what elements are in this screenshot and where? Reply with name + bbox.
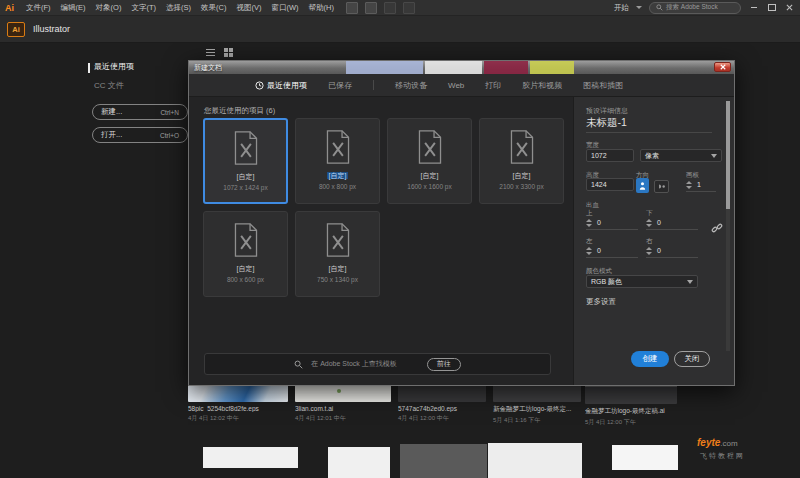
height-input[interactable]: 1424 bbox=[586, 178, 634, 191]
file-name: 3lian.com.t.ai bbox=[295, 405, 391, 412]
minimize-button[interactable] bbox=[748, 2, 759, 13]
toolbar-icon[interactable] bbox=[403, 2, 415, 14]
preset-tile[interactable]: [自定] 2100 x 3300 px bbox=[479, 118, 564, 204]
tab-recent[interactable]: 最近使用项 bbox=[255, 80, 307, 91]
menu-window[interactable]: 窗口(W) bbox=[266, 3, 303, 13]
preset-tile[interactable]: [自定] 800 x 600 px bbox=[203, 211, 288, 297]
new-file-label: 新建... bbox=[101, 107, 122, 117]
bleed-left-stepper[interactable]: 0 bbox=[586, 244, 638, 258]
toolbar-icon[interactable] bbox=[365, 2, 377, 14]
dialog-titlebar[interactable] bbox=[189, 61, 734, 74]
file-thumbnail[interactable] bbox=[203, 447, 298, 468]
stock-template-search[interactable]: 在 Adobe Stock 上查找模板 前往 bbox=[204, 353, 551, 375]
stock-search-box[interactable]: 搜索 Adobe Stock bbox=[649, 2, 741, 14]
sidebar-item-recent[interactable]: 最近使用项 bbox=[94, 61, 134, 72]
preset-size: 750 x 1340 px bbox=[296, 276, 379, 283]
color-mode-dropdown[interactable]: RGB 颜色 bbox=[586, 275, 698, 288]
file-date: 4月 4日 12:00 中午 bbox=[398, 414, 486, 423]
chevron-down-icon bbox=[711, 154, 717, 158]
stepper-arrows-icon[interactable] bbox=[586, 219, 592, 227]
file-name: 58pic_5254bcf8d2fe.eps bbox=[188, 405, 288, 412]
tab-mobile[interactable]: 移动设备 bbox=[395, 80, 427, 91]
dialog-close-button[interactable] bbox=[714, 62, 731, 72]
stock-search-placeholder: 在 Adobe Stock 上查找模板 bbox=[311, 359, 397, 369]
sidebar-item-cc-files[interactable]: CC 文件 bbox=[94, 80, 124, 91]
file-name: 金融梦工坊logo-最终定稿.ai bbox=[585, 407, 677, 416]
preset-tile[interactable]: [自定] 750 x 1340 px bbox=[295, 211, 380, 297]
link-bleed-icon[interactable] bbox=[711, 222, 723, 234]
file-card[interactable]: 新金融梦工坊logo-最终定... 5月 4日 1:16 下午 bbox=[493, 385, 581, 425]
bleed-top-stepper[interactable]: 0 bbox=[586, 216, 638, 230]
toolbar-icon[interactable] bbox=[346, 2, 358, 14]
file-thumbnail bbox=[493, 385, 581, 402]
file-thumbnail[interactable] bbox=[400, 444, 487, 478]
dialog-content: 您最近使用的项目 (6) [自定] 1072 x 1424 px bbox=[189, 97, 576, 385]
preset-tile[interactable]: [自定] 800 x 800 px bbox=[295, 118, 380, 204]
tab-print[interactable]: 打印 bbox=[485, 80, 501, 91]
scrollbar[interactable] bbox=[726, 101, 730, 351]
preset-label: [自定] bbox=[205, 172, 286, 182]
stepper-arrows-icon[interactable] bbox=[686, 181, 692, 189]
preset-label: [自定] bbox=[296, 171, 379, 181]
scrollbar-thumb[interactable] bbox=[726, 101, 730, 209]
file-card[interactable]: 金融梦工坊logo-最终定稿.ai 5月 4日 12:00 下午 bbox=[585, 385, 677, 427]
stock-search-label: 搜索 Adobe Stock bbox=[666, 3, 718, 12]
file-thumbnail[interactable] bbox=[612, 445, 678, 470]
close-dialog-button[interactable]: 关闭 bbox=[674, 351, 710, 367]
maximize-button[interactable] bbox=[766, 2, 777, 13]
stepper-arrows-icon[interactable] bbox=[586, 247, 592, 255]
preset-size: 1600 x 1600 px bbox=[388, 183, 471, 190]
create-button[interactable]: 创建 bbox=[631, 351, 669, 367]
stepper-arrows-icon[interactable] bbox=[646, 247, 652, 255]
file-card[interactable]: 5747ac74b2ed0.eps 4月 4日 12:00 中午 bbox=[398, 385, 486, 423]
illustrator-icon: Ai bbox=[7, 22, 25, 37]
tab-film-video[interactable]: 胶片和视频 bbox=[522, 80, 562, 91]
glass-reflection bbox=[425, 61, 482, 74]
preset-label: [自定] bbox=[480, 171, 563, 181]
grid-view-icon[interactable] bbox=[224, 48, 233, 57]
tab-saved[interactable]: 已保存 bbox=[328, 80, 352, 91]
menu-edit[interactable]: 编辑(E) bbox=[56, 3, 91, 13]
stepper-arrows-icon[interactable] bbox=[646, 219, 652, 227]
open-file-label: 打开... bbox=[101, 130, 122, 140]
file-card[interactable]: 58pic_5254bcf8d2fe.eps 4月 4日 12:02 中午 bbox=[188, 385, 288, 423]
file-thumbnail bbox=[188, 385, 288, 402]
artboard-stepper[interactable]: 1 bbox=[686, 178, 716, 192]
preset-tile[interactable]: [自定] 1600 x 1600 px bbox=[387, 118, 472, 204]
tab-web[interactable]: Web bbox=[448, 81, 464, 90]
workspace-switcher[interactable]: 开始 bbox=[614, 3, 629, 13]
width-input[interactable]: 1072 bbox=[586, 149, 634, 162]
file-name: 5747ac74b2ed0.eps bbox=[398, 405, 486, 412]
menu-effect[interactable]: 效果(C) bbox=[196, 3, 231, 13]
tab-art-illustration[interactable]: 图稿和插图 bbox=[583, 80, 623, 91]
go-button[interactable]: 前往 bbox=[427, 358, 461, 371]
blank-document-icon bbox=[417, 130, 443, 164]
document-name-input[interactable]: 未标题-1 bbox=[586, 116, 627, 130]
menu-select[interactable]: 选择(S) bbox=[161, 3, 196, 13]
search-icon bbox=[656, 4, 663, 11]
bleed-right-stepper[interactable]: 0 bbox=[646, 244, 698, 258]
close-button[interactable] bbox=[784, 2, 795, 13]
blank-document-icon bbox=[325, 130, 351, 164]
recent-items-header: 您最近使用的项目 (6) bbox=[204, 106, 275, 116]
menu-file[interactable]: 文件(F) bbox=[21, 3, 56, 13]
file-thumbnail[interactable] bbox=[488, 443, 582, 478]
file-card[interactable]: 3lian.com.t.ai 4月 4日 12:01 中午 bbox=[295, 385, 391, 423]
more-settings-link[interactable]: 更多设置 bbox=[586, 297, 616, 307]
new-file-button[interactable]: 新建... Ctrl+N bbox=[92, 104, 188, 120]
toolbar-icon[interactable] bbox=[384, 2, 396, 14]
preset-tile[interactable]: [自定] 1072 x 1424 px bbox=[203, 118, 288, 204]
glass-reflection bbox=[484, 61, 528, 74]
menu-help[interactable]: 帮助(H) bbox=[304, 3, 339, 13]
menu-object[interactable]: 对象(O) bbox=[91, 3, 127, 13]
unit-dropdown[interactable]: 像素 bbox=[640, 149, 722, 162]
menu-view[interactable]: 视图(V) bbox=[231, 3, 266, 13]
menu-type[interactable]: 文字(T) bbox=[126, 3, 161, 13]
app-title: Illustrator bbox=[33, 24, 70, 34]
portrait-orientation-button[interactable] bbox=[636, 178, 649, 193]
open-file-button[interactable]: 打开... Ctrl+O bbox=[92, 127, 188, 143]
bleed-bottom-stepper[interactable]: 0 bbox=[646, 216, 698, 230]
landscape-orientation-button[interactable] bbox=[654, 180, 669, 193]
list-view-icon[interactable] bbox=[206, 49, 215, 56]
file-thumbnail[interactable] bbox=[328, 447, 390, 478]
